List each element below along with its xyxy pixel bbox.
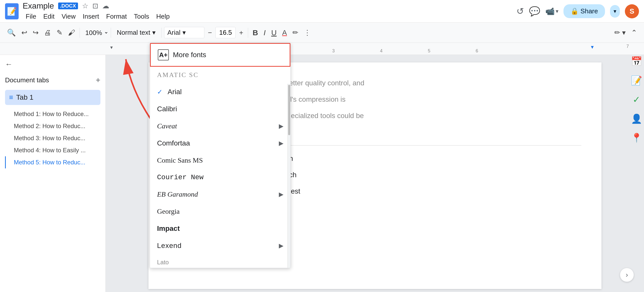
separator-4 <box>248 28 248 38</box>
arial-check-icon: ✓ <box>157 88 163 96</box>
tab-1-label: Tab 1 <box>16 93 33 101</box>
share-button[interactable]: 🔒 Share <box>563 4 605 18</box>
eb-arrow-icon: ▶ <box>279 191 283 198</box>
meet-button[interactable]: 📹 ▾ <box>545 7 558 16</box>
spellcheck-button[interactable]: ✎ <box>55 27 64 38</box>
font-item-calibri[interactable]: Calibri <box>150 100 290 118</box>
text-color-button[interactable]: A <box>280 27 289 38</box>
share-label: Share <box>581 7 598 15</box>
more-fonts-item[interactable]: A+ More fonts <box>150 43 290 67</box>
paintformat-button[interactable]: 🖌 <box>66 27 77 38</box>
menu-help[interactable]: Help <box>153 12 173 21</box>
tab-1[interactable]: ≡ Tab 1 <box>5 90 100 105</box>
tasks-icon[interactable]: ✓ <box>630 94 642 106</box>
outline-item-3[interactable]: Method 4: How to Easily ... <box>5 144 100 156</box>
font-scrollbar-thumb <box>288 85 290 135</box>
ruler: ▾ 1 2 3 4 5 6 ▾ 7 <box>0 43 644 55</box>
font-dropdown-icon: ▾ <box>182 29 186 36</box>
redo-button[interactable]: ↪ <box>31 27 41 38</box>
font-item-impact[interactable]: Impact <box>150 220 290 237</box>
style-selector[interactable]: Normal text ▾ <box>113 27 159 38</box>
doc-title-row: Example .DOCX ☆ ⊡ ☁ <box>23 1 173 11</box>
menu-view[interactable]: View <box>59 12 79 21</box>
history-button[interactable]: ↺ <box>516 6 524 17</box>
contacts-icon[interactable]: 👤 <box>630 113 642 125</box>
maps-icon[interactable]: 📍 <box>630 132 642 144</box>
back-icon: ← <box>5 60 13 68</box>
separator-3 <box>161 28 162 38</box>
highlight-button[interactable]: ✏ <box>290 27 300 38</box>
font-item-courier[interactable]: Courier New <box>150 169 290 186</box>
lock-icon: 🔒 <box>571 7 579 15</box>
font-item-arial[interactable]: ✓ Arial <box>150 83 290 100</box>
style-label: Normal text <box>117 29 150 36</box>
more-fonts-icon: A+ <box>158 49 169 60</box>
font-item-caveat[interactable]: Caveat ▶ <box>150 118 290 135</box>
font-name: Arial <box>167 29 180 36</box>
lexend-arrow-icon: ▶ <box>279 242 283 249</box>
font-item-more[interactable]: Lato <box>150 254 290 268</box>
font-size-increase[interactable]: + <box>237 27 245 38</box>
comfortaa-arrow-icon: ▶ <box>279 140 283 147</box>
outline-item-1[interactable]: Method 2: How to Reduc... <box>5 120 100 132</box>
font-item-eb[interactable]: EB Garamond ▶ <box>150 186 290 203</box>
user-avatar[interactable]: S <box>625 4 639 18</box>
doc-tabs-header: Document tabs + <box>5 76 100 85</box>
italic-button[interactable]: I <box>261 27 268 39</box>
star-icon[interactable]: ☆ <box>82 2 88 10</box>
comments-button[interactable]: 💬 <box>529 6 540 17</box>
font-dropdown: A+ More fonts AMATIC SC ✓ Arial Calibri … <box>150 43 291 268</box>
docs-icon: 📝 <box>7 7 17 16</box>
collapse-toolbar-button[interactable]: ⌃ <box>629 27 639 38</box>
outline-item-2[interactable]: Method 3: How to Reduc... <box>5 132 100 144</box>
folder-icon[interactable]: ⊡ <box>92 2 98 10</box>
zoom-selector[interactable]: 100% <box>82 28 108 38</box>
menu-tools[interactable]: Tools <box>131 12 152 21</box>
font-item-comic[interactable]: Comic Sans MS <box>150 152 290 169</box>
menu-file[interactable]: File <box>23 12 39 21</box>
share-dropdown-button[interactable]: ▾ <box>610 5 620 18</box>
outline-item-0[interactable]: Method 1: How to Reduce... <box>5 108 100 120</box>
font-selector[interactable]: Arial ▾ <box>164 27 204 38</box>
expand-icon: › <box>626 271 628 279</box>
right-sidebar: 📅 📝 ✓ 👤 📍 <box>629 50 644 149</box>
edit-pen-button[interactable]: ✏ ▾ <box>612 27 628 38</box>
add-tab-button[interactable]: + <box>96 76 100 85</box>
main-container: ← Document tabs + ≡ Tab 1 Method 1: How … <box>0 55 644 292</box>
search-button[interactable]: 🔍 <box>5 27 18 38</box>
font-item-comfortaa[interactable]: Comfortaa ▶ <box>150 135 290 152</box>
doc-title-area: Example .DOCX ☆ ⊡ ☁ File Edit View Inser… <box>23 1 173 21</box>
bold-button[interactable]: B <box>251 27 260 39</box>
back-button[interactable]: ← <box>5 60 100 68</box>
camera-dropdown-icon: ▾ <box>556 8 558 15</box>
calendar-icon[interactable]: 📅 <box>630 55 642 67</box>
underline-button[interactable]: U <box>269 27 279 39</box>
app-icon: 📝 <box>5 3 19 19</box>
docx-badge: .DOCX <box>58 3 78 9</box>
print-button[interactable]: 🖨 <box>42 27 53 38</box>
font-size-decrease[interactable]: − <box>206 27 214 38</box>
more-formatting-button[interactable]: ⋮ <box>302 27 313 38</box>
undo-button[interactable]: ↩ <box>19 27 29 38</box>
more-fonts-label: More fonts <box>173 51 206 59</box>
style-dropdown-icon: ▾ <box>152 29 156 36</box>
sidebar: ← Document tabs + ≡ Tab 1 Method 1: How … <box>0 55 106 292</box>
separator-1 <box>80 28 80 38</box>
font-size-input[interactable] <box>215 27 236 38</box>
menu-format[interactable]: Format <box>103 12 130 21</box>
camera-icon: 📹 <box>545 7 555 16</box>
cloud-icon[interactable]: ☁ <box>102 2 109 10</box>
toolbar: 🔍 ↩ ↪ 🖨 ✎ 🖌 100% Normal text ▾ Arial ▾ −… <box>0 23 644 43</box>
expand-sidebar-button[interactable]: › <box>620 268 634 282</box>
font-item-amatic[interactable]: AMATIC SC <box>150 67 290 83</box>
tab-doc-icon: ≡ <box>9 93 13 101</box>
font-item-lexend[interactable]: Lexend ▶ <box>150 237 290 254</box>
top-right: ↺ 💬 📹 ▾ 🔒 Share ▾ S <box>516 4 639 18</box>
menu-insert[interactable]: Insert <box>80 12 102 21</box>
outline-item-4[interactable]: Method 5: How to Reduc... <box>5 156 100 168</box>
doc-title: Example <box>23 1 54 11</box>
font-scrollbar[interactable] <box>287 84 290 268</box>
notes-icon[interactable]: 📝 <box>630 75 642 87</box>
menu-edit[interactable]: Edit <box>40 12 58 21</box>
font-item-georgia[interactable]: Georgia <box>150 203 290 220</box>
